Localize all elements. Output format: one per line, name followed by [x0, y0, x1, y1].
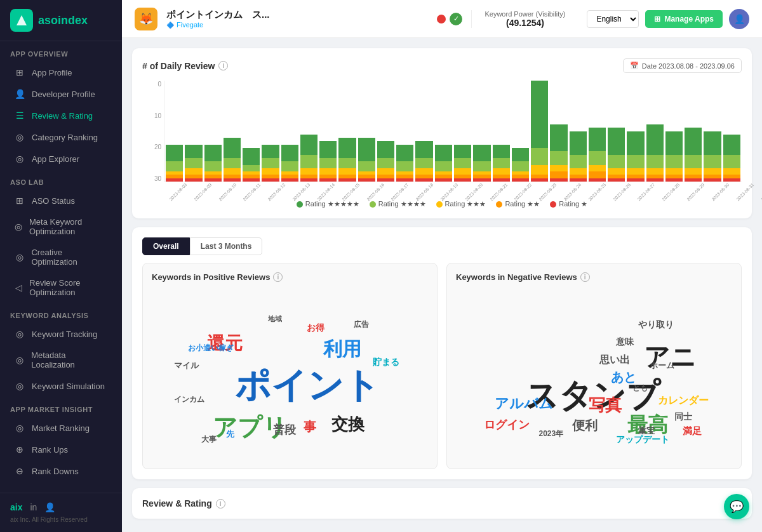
word-cloud-word[interactable]: 地域 [268, 314, 282, 324]
bar-segment [435, 161, 452, 171]
sidebar-item-creative-opt[interactable]: ◎ Creative Optimization [4, 243, 118, 272]
bar-segment [338, 178, 356, 182]
review-rating-title: Review & Rating i [142, 498, 742, 509]
word-cloud-word[interactable]: 利用 [323, 336, 361, 362]
word-cloud-word[interactable]: 写真 [589, 394, 622, 416]
sidebar-item-keyword-tracking[interactable]: ◎ Keyword Tracking [4, 324, 118, 344]
negative-title: Keywords in Negative Reviews i [456, 272, 732, 282]
sidebar-item-category-ranking[interactable]: ◎ Category Ranking [4, 127, 118, 147]
chart-info-icon[interactable]: i [218, 61, 228, 70]
word-cloud-word[interactable]: お得 [307, 323, 324, 334]
sidebar-item-developer-profile[interactable]: 👤 Developer Profile [4, 84, 118, 104]
bar-group [281, 81, 298, 182]
bar-group [166, 81, 183, 182]
bar-group [204, 81, 222, 182]
word-cloud-word[interactable]: アルバム [495, 394, 553, 413]
sidebar-item-metadata-local[interactable]: ◎ Metadata Localization [4, 345, 118, 375]
sidebar-item-rank-ups[interactable]: ⊕ Rank Ups [4, 439, 118, 460]
sidebar-item-app-explorer[interactable]: ◎ App Explorer [4, 149, 118, 169]
bar-segment [319, 178, 337, 182]
chart-plot [164, 81, 742, 182]
word-cloud-word[interactable]: インカム [174, 394, 204, 405]
sidebar-item-rank-downs[interactable]: ⊖ Rank Downs [4, 461, 118, 481]
bar-group [224, 81, 241, 182]
app-header: 🦊 ポイントインカム ス... 🔷 Fivegate ✓ Keyword Pow… [122, 0, 762, 38]
word-cloud-word[interactable]: お小遣い稼ぎ [188, 343, 234, 354]
sidebar-item-meta-keyword[interactable]: ◎ Meta Keyword Optimization [4, 212, 118, 241]
rank-down-icon: ⊖ [14, 466, 25, 476]
bar-segment [531, 178, 548, 182]
x-label: 2023-08-25 [587, 182, 606, 201]
bar-segment [185, 145, 202, 158]
bar-segment [377, 141, 394, 158]
section-app-overview: App Overview [0, 41, 122, 62]
word-cloud-word[interactable]: ホーム [650, 360, 674, 371]
bar-segment [166, 178, 183, 182]
bar-segment [646, 178, 664, 182]
word-cloud-word[interactable]: 交換 [331, 413, 364, 436]
sidebar-item-review-rating[interactable]: ☰ Review & Rating [4, 105, 118, 126]
user-icon[interactable]: 👤 [44, 502, 55, 512]
word-cloud-word[interactable]: 思い出 [599, 354, 630, 367]
bar-segment [300, 155, 318, 168]
bar-segment [319, 168, 337, 175]
word-cloud-word[interactable]: 満足 [683, 425, 702, 437]
sidebar-item-review-score-opt[interactable]: ◁ Review Score Optimization [4, 273, 118, 302]
word-cloud-word[interactable]: 広告 [354, 319, 369, 330]
word-cloud-word[interactable]: 重宝 [638, 425, 655, 437]
x-label: 2023-08-09 [193, 182, 212, 201]
globe-icon: ◎ [14, 355, 25, 365]
x-label: 2023-08-27 [637, 182, 656, 201]
word-cloud-word[interactable]: カレンダー [658, 394, 709, 408]
home-icon: ⊞ [14, 67, 25, 77]
bar-segment [646, 124, 664, 155]
bar-segment [473, 145, 490, 162]
user-avatar[interactable]: 👤 [729, 9, 749, 29]
rr-info-icon[interactable]: i [216, 499, 225, 509]
word-cloud-word[interactable]: ログイン [484, 417, 530, 432]
sidebar-item-market-ranking[interactable]: ◎ Market Ranking [4, 418, 118, 438]
status-icon: ⊞ [14, 196, 25, 206]
language-select[interactable]: English 日本語 [587, 10, 639, 28]
word-cloud-word[interactable]: 事 [304, 418, 316, 436]
wc-tabs: Overall Last 3 Months [142, 237, 742, 255]
bar-segment [224, 168, 241, 175]
bar-segment [415, 158, 432, 168]
word-cloud-word[interactable]: 普段 [273, 422, 296, 437]
footer-icons: aix in 👤 [10, 502, 112, 512]
word-cloud-word[interactable]: 大事 [201, 434, 217, 445]
bar-group [589, 81, 606, 182]
word-cloud-word[interactable]: とも [632, 383, 648, 394]
sidebar-item-aso-status[interactable]: ⊞ ASO Status [4, 190, 118, 211]
word-cloud-word[interactable]: 同士 [674, 411, 692, 423]
tab-last3months[interactable]: Last 3 Months [190, 237, 263, 255]
bar-group [531, 81, 548, 182]
bar-group [473, 81, 490, 182]
manage-apps-button[interactable]: ⊞ Manage Apps [645, 10, 723, 28]
word-cloud-word[interactable]: 2023年 [539, 429, 564, 439]
word-cloud-word[interactable]: 意味 [616, 336, 634, 348]
sidebar-logo: asoindex [0, 0, 122, 41]
chat-button[interactable]: 💬 [724, 494, 749, 519]
word-cloud-word[interactable]: 貯まる [373, 357, 399, 368]
sidebar-item-keyword-sim[interactable]: ◎ Keyword Simulation [4, 376, 118, 396]
negative-info-icon[interactable]: i [580, 272, 590, 282]
sidebar-item-app-profile[interactable]: ⊞ App Profile [4, 62, 118, 83]
header-right: English 日本語 ⊞ Manage Apps 👤 [587, 9, 749, 29]
x-label: 2023-08-20 [464, 182, 483, 201]
word-cloud-word[interactable]: ポイント [235, 362, 380, 410]
x-label: 2023-08-16 [366, 182, 385, 201]
word-cloud-word[interactable]: 先 [226, 429, 234, 440]
linkedin-icon[interactable]: in [30, 502, 37, 512]
bar-group [377, 81, 394, 182]
word-cloud-word[interactable]: やり取り [638, 319, 674, 331]
bar-segment [358, 138, 375, 161]
date-range-badge: 📅 Date 2023.08.08 - 2023.09.06 [623, 58, 742, 73]
check-badge: ✓ [450, 13, 462, 25]
bar-group [570, 81, 587, 182]
tab-overall[interactable]: Overall [142, 237, 190, 255]
word-cloud-word[interactable]: マイル [174, 360, 199, 371]
positive-info-icon[interactable]: i [273, 272, 283, 282]
bar-group [319, 81, 337, 182]
word-cloud-word[interactable]: 便利 [572, 417, 598, 434]
